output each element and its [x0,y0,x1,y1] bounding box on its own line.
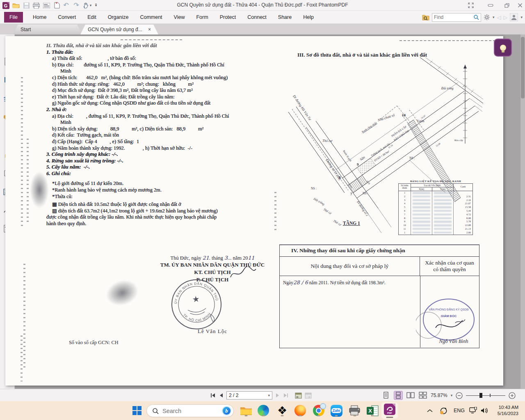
zoom-dropdown-icon[interactable]: ▾ [451,393,453,397]
ribbon-tab[interactable]: Comment [134,12,168,23]
first-page-button[interactable] [210,393,216,398]
certificate-line: hành theo quy định. [46,221,268,227]
scan-artifact [121,39,182,40]
find-input[interactable] [434,14,473,20]
ribbon-tab[interactable]: Share [272,12,297,23]
ribbon-tab[interactable]: Home [27,12,52,23]
search-icon[interactable] [473,14,479,20]
page-number-display: 2 / 2 [229,393,238,398]
coordinate-row: 7 4.72 [399,213,472,217]
ribbon-tab[interactable]: Convert [52,12,82,23]
ribbon-tab-file[interactable]: File [4,12,23,23]
certificate-line: Minh [46,68,268,75]
map-label: NS : [363,192,368,195]
edge-icon[interactable] [257,404,270,417]
restore-icon[interactable] [503,2,511,9]
previous-view-button[interactable] [295,393,302,399]
certificate-line: ▩ Diện tích nhà đất 10.5m2 thuộc lộ giới… [46,201,268,208]
bing-icon[interactable]: b [222,406,231,415]
map-label: Đi đường Hồ Văn Tư [292,94,313,122]
last-page-button[interactable] [283,393,289,398]
svg-text:TP. HỒ CHÍ MINH: TP. HỒ CHÍ MINH [182,310,212,324]
scan-artifact [21,77,23,229]
dropbox-icon[interactable]: ❖ [276,404,289,417]
chrome-icon[interactable] [312,404,325,417]
file-explorer-icon[interactable] [240,404,253,417]
page-combo-dropdown-icon[interactable]: ▾ [268,393,270,397]
ribbon-tab[interactable]: Connect [242,12,272,23]
certificate-line: c) Diện tích: 462,0 m², (bằng chữ: Bốn t… [46,75,268,81]
window-title: GCN Quyền sử dụng đất - Thửa 404 - Quận … [0,2,525,8]
zoom-in-button[interactable] [509,392,516,399]
coordinate-row: 5 15.58 [399,205,472,209]
ribbon-tab[interactable]: View [168,12,191,23]
excel-icon[interactable]: X [366,404,379,417]
tray-update-icon[interactable] [439,401,448,420]
next-view-button[interactable] [305,393,312,399]
facing-view-button[interactable] [406,391,415,400]
ribbon-tab[interactable]: Protect [214,12,242,23]
next-view-icon[interactable]: ▷ [503,14,507,21]
map-label: Đất trống [313,196,325,206]
taskbar-search[interactable]: b [146,404,234,417]
zalo-icon[interactable]: Zalo [330,404,343,417]
search-icon [152,408,159,414]
map-label: Vườn [417,119,425,123]
map-label: Đất trống [441,87,454,90]
map-label: Ranh công nhận [361,121,378,133]
scrollbar-thumb[interactable] [521,37,525,98]
tab-start[interactable]: Start [13,25,82,34]
ribbon-tab[interactable]: Help [297,12,320,23]
zoom-out-button[interactable] [456,392,463,399]
coordinate-row: 8 8.08 [399,217,472,220]
map-label: 10 [402,113,406,117]
coordinate-row: 2 2.31 [399,195,472,199]
section4-table: IV. Những thay đổi sau khi cấp giấy chứn… [279,244,479,348]
firefox-icon[interactable] [294,404,307,417]
find-group: ▾ ◁ ▷ ▾ [422,12,523,23]
next-page-button[interactable] [275,393,280,398]
continuous-view-button[interactable] [394,391,403,400]
previous-page-button[interactable] [219,393,224,398]
taskbar-search-input[interactable] [159,408,222,414]
close-icon[interactable] [516,2,524,9]
certificate-text: II. Thửa đất, nhà ở và tài sản khác gắn … [46,43,268,227]
vertical-scrollbar[interactable] [520,34,525,389]
page-number-combo[interactable]: 2 / 2 ▾ [226,391,272,399]
tray-volume-icon[interactable] [481,401,489,420]
tray-chevron-icon[interactable] [427,401,433,420]
expand-icon[interactable] [467,2,475,9]
start-button[interactable] [130,404,144,417]
single-page-view-button[interactable] [381,391,390,400]
certificate-line: ▨ diện tích đất 63.7m2 (44,1m2 trong lộ … [46,208,268,215]
avatar-dropdown-icon[interactable]: ▾ [520,15,523,19]
tray-language[interactable]: ENG [454,401,465,420]
gear-dropdown-icon[interactable]: ▾ [493,15,495,19]
certificate-line: d) Kết cấu: Tường gạch, mái tôn [46,132,268,139]
fax-printer-icon[interactable] [348,404,361,417]
search-folder-icon[interactable] [422,14,429,21]
ribbon-tab[interactable]: Organize [102,12,135,23]
certificate-line: 6. Ghi chú: [46,171,268,177]
minimize-icon[interactable] [486,2,495,9]
continuous-facing-view-button[interactable] [418,391,427,400]
foxit-taskbar-active[interactable]: PDF [381,402,398,419]
gear-icon[interactable] [484,14,490,21]
zoom-level[interactable]: 75.87% [431,393,447,398]
map-label: NS : [311,187,317,190]
svg-text:GIÁM ĐỐC: GIÁM ĐỐC [441,314,457,318]
ribbon-tab[interactable]: Form [190,12,214,23]
certificate-line: a) Địa chỉ: , đường số 11, KP9, P. Trườn… [46,113,268,120]
tab-close-icon[interactable]: × [143,27,151,32]
zoom-slider[interactable] [466,393,505,398]
assistant-lightbulb-button[interactable] [494,39,512,57]
zoom-slider-thumb[interactable] [479,393,482,398]
previous-view-icon[interactable]: ◁ [497,14,501,21]
tab-document[interactable]: GCN Quyền sử dụng đ... × [80,25,158,34]
tray-clock[interactable]: 10:43 AM 5/16/2023 [493,404,518,416]
tray-network-icon[interactable] [469,401,477,420]
map-label: 8 [339,176,341,180]
avatar[interactable] [510,13,518,21]
certificate-line: 3. Công trình xây dựng khác: -/-. [46,151,268,158]
ribbon-tab[interactable]: Edit [82,12,102,23]
